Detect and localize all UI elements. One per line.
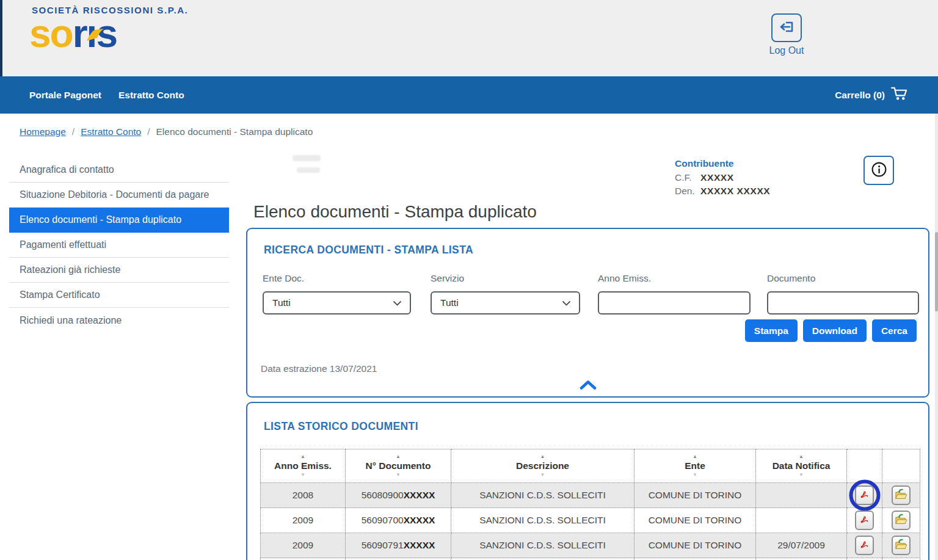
sort-asc-icon: ▲ xyxy=(799,454,804,459)
pdf-icon xyxy=(859,514,870,527)
cell-anno: 2009 xyxy=(261,508,346,533)
sort-asc-icon: ▲ xyxy=(396,454,401,459)
column-label: Anno Emiss. xyxy=(274,460,332,471)
servizio-selected-value: Tutti xyxy=(440,297,459,308)
info-button[interactable] xyxy=(863,156,894,185)
table-row: 2008 56080900XXXXX SANZIONI C.D.S. SOLLE… xyxy=(261,483,920,508)
column-header-ente[interactable]: ▲Ente▼ xyxy=(634,449,756,483)
sidebar-item-label: Pagamenti effettuati xyxy=(20,239,106,250)
cell-export xyxy=(882,483,920,508)
column-header-descrizione[interactable]: ▲Descrizione▼ xyxy=(451,449,634,483)
cell-data-notifica xyxy=(756,508,847,533)
sidebar-item-stampa-certificato[interactable]: Stampa Certificato xyxy=(9,283,229,308)
page-scrollbar-thumb[interactable] xyxy=(935,232,938,311)
cell-ente: COMUNE DI TORINO xyxy=(634,533,756,558)
sort-desc-icon: ▼ xyxy=(693,473,697,478)
redacted-smudge xyxy=(297,167,320,173)
breadcrumb-estratto-conto[interactable]: Estratto Conto xyxy=(81,126,141,137)
search-panel-title: RICERCA DOCUMENTI - STAMPA LISTA xyxy=(264,244,473,256)
anno-emiss-input[interactable] xyxy=(598,291,751,315)
stampa-button[interactable]: Stampa xyxy=(745,319,798,342)
cell-anno: 2008 xyxy=(261,483,346,508)
den-label: Den. xyxy=(675,186,700,197)
cell-ente: COMUNE DI TORINO xyxy=(634,483,756,508)
sidebar-item-situazione-debitoria[interactable]: Situazione Debitoria - Documenti da paga… xyxy=(9,183,229,208)
column-label: Ente xyxy=(685,460,705,471)
sidebar-item-anagrafica[interactable]: Anagrafica di contatto xyxy=(9,158,229,183)
pdf-button[interactable] xyxy=(855,511,874,530)
chevron-up-icon xyxy=(580,381,597,391)
contribuente-title: Contribuente xyxy=(675,158,770,169)
cell-data-notifica: 29/07/2009 xyxy=(756,533,847,558)
cell-descrizione: SANZIONI C.D.S. SOLLECITI xyxy=(451,533,634,558)
sidebar-item-elenco-documenti[interactable]: Elenco documenti - Stampa duplicato xyxy=(9,208,229,233)
sort-asc-icon: ▲ xyxy=(693,454,697,459)
app-viewport: SOCIETÀ RISCOSSIONI S.P.A. soris soris xyxy=(0,0,938,560)
ente-doc-select[interactable]: Tutti xyxy=(263,291,411,315)
pdf-button[interactable] xyxy=(855,536,874,555)
field-anno-emiss: Anno Emiss. xyxy=(598,273,751,315)
documento-input[interactable] xyxy=(767,291,919,315)
cell-export xyxy=(882,508,920,533)
servizio-label: Servizio xyxy=(431,273,580,284)
sort-desc-icon: ▼ xyxy=(396,473,401,478)
sidebar-menu: Anagrafica di contatto Situazione Debito… xyxy=(9,158,229,333)
page-scrollbar-track xyxy=(935,114,938,560)
open-folder-icon xyxy=(895,489,907,503)
redacted-smudge xyxy=(293,155,321,161)
breadcrumb-separator: / xyxy=(147,126,150,137)
chevron-down-icon xyxy=(393,297,401,308)
breadcrumb-current: Elenco documenti - Stampa duplicato xyxy=(156,126,313,137)
column-header-pdf xyxy=(847,449,882,483)
open-folder-icon xyxy=(895,539,907,553)
column-header-n-documento[interactable]: ▲N° Documento▼ xyxy=(346,449,451,483)
chevron-down-icon xyxy=(562,297,570,308)
export-folder-button[interactable] xyxy=(892,536,911,555)
nav-link-estratto-conto[interactable]: Estratto Conto xyxy=(118,90,184,101)
brand-flag-icon xyxy=(85,10,105,47)
extraction-date-text: Data estrazione 13/07/2021 xyxy=(261,363,377,374)
pdf-button[interactable] xyxy=(855,485,874,505)
page-title: Elenco documenti - Stampa duplicato xyxy=(253,202,537,222)
collapse-panel-button[interactable] xyxy=(580,380,597,392)
sidebar-item-rateazioni[interactable]: Rateazioni già richieste xyxy=(9,258,229,283)
logout-button[interactable] xyxy=(771,13,802,42)
logout: Log Out xyxy=(769,13,804,56)
export-folder-button[interactable] xyxy=(892,485,911,505)
column-header-anno-emiss[interactable]: ▲Anno Emiss.▼ xyxy=(261,449,346,483)
cell-export xyxy=(882,533,920,558)
logout-icon xyxy=(779,18,795,37)
nav-link-portale-pagonet[interactable]: Portale Pagonet xyxy=(29,90,101,101)
export-folder-button[interactable] xyxy=(892,511,911,530)
cell-data-notifica xyxy=(756,483,847,508)
sidebar-item-pagamenti[interactable]: Pagamenti effettuati xyxy=(9,233,229,258)
download-button[interactable]: Download xyxy=(803,319,867,342)
info-icon xyxy=(871,161,887,180)
column-header-data-notifica[interactable]: ▲Data Notifica▼ xyxy=(756,449,847,483)
sidebar-item-label: Elenco documenti - Stampa duplicato xyxy=(20,214,181,225)
sort-asc-icon: ▲ xyxy=(300,454,305,459)
ente-doc-label: Ente Doc. xyxy=(263,273,411,284)
column-header-export xyxy=(882,449,920,483)
breadcrumb-homepage[interactable]: Homepage xyxy=(20,126,66,137)
cerca-button[interactable]: Cerca xyxy=(872,319,917,342)
cart-icon xyxy=(891,86,909,104)
cell-ente: COMUNE DI TORINO xyxy=(634,508,756,533)
open-folder-icon xyxy=(895,514,907,528)
cell-descrizione: SANZIONI C.D.S. SOLLECITI xyxy=(451,508,634,533)
cart-button[interactable]: Carrello (0) xyxy=(835,86,909,104)
logout-label: Log Out xyxy=(769,45,804,56)
cf-label: C.F. xyxy=(675,172,700,183)
servizio-select[interactable]: Tutti xyxy=(431,291,580,315)
navbar: Portale Pagonet Estratto Conto Carrello … xyxy=(0,76,938,114)
sort-desc-icon: ▼ xyxy=(540,473,545,478)
brand-name-so: so xyxy=(29,12,73,56)
column-label: Data Notifica xyxy=(773,460,831,471)
sidebar-item-richiedi-rateazione[interactable]: Richiedi una rateazione xyxy=(9,308,229,333)
cell-documento: 56090791XXXXX xyxy=(346,533,451,558)
header: SOCIETÀ RISCOSSIONI S.P.A. soris soris xyxy=(0,0,938,76)
cell-descrizione: SANZIONI C.D.S. SOLLECITI xyxy=(451,483,634,508)
sidebar-item-label: Anagrafica di contatto xyxy=(20,164,114,175)
pdf-icon xyxy=(859,539,870,552)
sort-desc-icon: ▼ xyxy=(300,473,305,478)
